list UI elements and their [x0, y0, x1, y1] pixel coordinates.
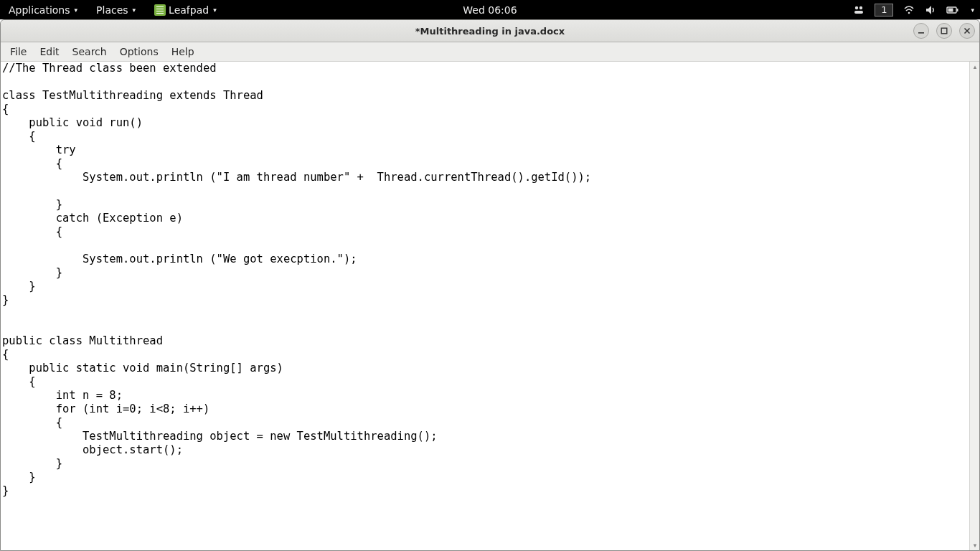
editor-area: //The Thread class been extended class T…: [1, 62, 979, 550]
vertical-scrollbar[interactable]: ▴ ▾: [969, 62, 979, 550]
menu-options-label: Options: [120, 46, 159, 57]
menu-search[interactable]: Search: [66, 44, 113, 59]
applications-label: Applications: [9, 4, 70, 16]
close-icon: [963, 27, 971, 34]
window-controls: [913, 23, 975, 39]
clock[interactable]: Wed 06:06: [463, 4, 517, 16]
svg-rect-2: [854, 11, 863, 14]
svg-point-1: [859, 6, 862, 9]
applications-menu[interactable]: Applications ▾: [6, 4, 80, 16]
menu-options[interactable]: Options: [113, 44, 165, 59]
volume-icon[interactable]: [925, 4, 936, 16]
svg-rect-5: [957, 9, 958, 11]
top-bar-left: Applications ▾ Places ▾ Leafpad ▾: [6, 4, 220, 16]
maximize-button[interactable]: [936, 23, 952, 39]
minimize-button[interactable]: [913, 23, 929, 39]
menu-help[interactable]: Help: [165, 44, 201, 59]
workspace-indicator[interactable]: 1: [875, 4, 893, 17]
close-button[interactable]: [959, 23, 975, 39]
current-app-menu[interactable]: Leafpad ▾: [151, 4, 220, 16]
battery-icon[interactable]: [946, 5, 959, 15]
maximize-icon: [941, 27, 948, 34]
caret-down-icon: ▾: [133, 6, 136, 14]
svg-rect-8: [941, 28, 947, 34]
wifi-icon[interactable]: [903, 4, 915, 16]
svg-point-0: [855, 6, 858, 9]
leafpad-window: *Multithreading in java.docx File Edit S…: [0, 19, 980, 551]
window-title: *Multithreading in java.docx: [415, 26, 565, 37]
svg-rect-6: [948, 8, 953, 11]
scroll-up-arrow-icon[interactable]: ▴: [970, 62, 980, 72]
leafpad-icon: [154, 4, 166, 16]
workspace-number: 1: [881, 4, 887, 15]
menubar: File Edit Search Options Help: [1, 42, 979, 62]
caret-down-icon: ▾: [213, 6, 217, 14]
clock-label: Wed 06:06: [463, 4, 517, 16]
gnome-top-bar: Applications ▾ Places ▾ Leafpad ▾ Wed 06…: [0, 0, 980, 19]
titlebar[interactable]: *Multithreading in java.docx: [1, 20, 979, 42]
places-label: Places: [96, 4, 128, 16]
scroll-down-arrow-icon[interactable]: ▾: [970, 540, 980, 550]
top-bar-right: 1 ▾: [853, 4, 974, 17]
menu-edit-label: Edit: [39, 46, 59, 57]
accessibility-icon[interactable]: [853, 4, 864, 16]
menu-file[interactable]: File: [4, 44, 33, 59]
menu-search-label: Search: [72, 46, 107, 57]
text-editor[interactable]: //The Thread class been extended class T…: [1, 62, 969, 550]
svg-rect-7: [918, 32, 924, 34]
menu-edit[interactable]: Edit: [33, 44, 65, 59]
current-app-label: Leafpad: [169, 4, 209, 16]
caret-down-icon: ▾: [75, 6, 78, 14]
places-menu[interactable]: Places ▾: [93, 4, 138, 16]
system-menu-caret-icon[interactable]: ▾: [971, 6, 974, 14]
svg-point-3: [908, 11, 910, 14]
menu-help-label: Help: [171, 46, 194, 57]
menu-file-label: File: [10, 46, 27, 57]
minimize-icon: [918, 27, 925, 34]
